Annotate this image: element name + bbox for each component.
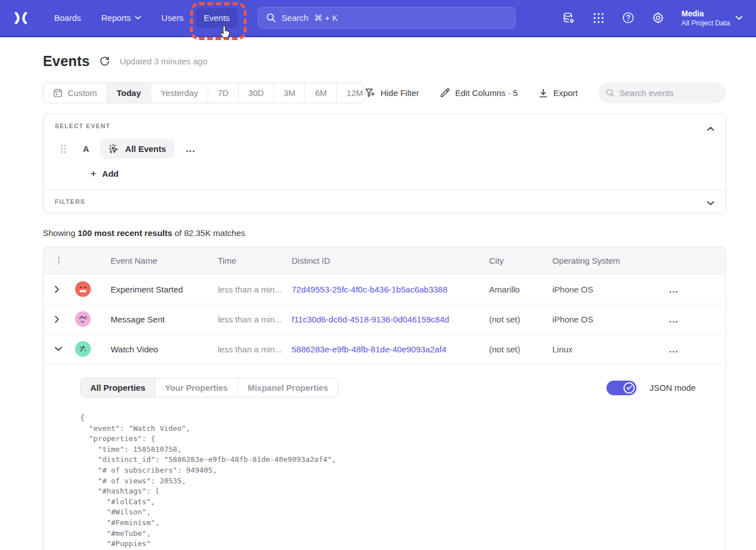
time-cell: less than a min... [218,344,292,354]
date-option-6m[interactable]: 6M [305,83,337,103]
city-cell: (not set) [489,344,552,354]
primary-nav: Boards Reports Users Events [46,8,238,28]
date-option-3m[interactable]: 3M [274,83,306,103]
nav-item-boards[interactable]: Boards [46,8,89,28]
detail-toolbar: All Properties Your Properties Mixpanel … [80,378,696,398]
filters-section[interactable]: FILTERS [43,190,726,213]
tab-mixpanel-properties[interactable]: Mixpanel Properties [238,378,338,397]
event-avatar [75,281,91,297]
expand-filters-button[interactable] [705,195,717,210]
top-navbar: Boards Reports Users Events Search ⌘ + K [0,0,756,37]
city-cell: Amarillo [489,285,552,294]
json-mode-toggle[interactable] [606,381,636,395]
date-option-12m[interactable]: 12M [337,83,364,103]
mixpanel-logo[interactable] [11,8,30,28]
table-row-expanded[interactable]: Watch Video less than a min... 5886283e-… [43,334,726,364]
edit-columns-button[interactable]: Edit Columns · 5 [439,88,518,98]
calendar-icon [53,88,63,98]
distinct-id-link[interactable]: 72d49553-25fc-4f0c-b436-1b5ac6ab3388 [292,285,489,294]
apps-grid-icon[interactable] [592,11,605,25]
refresh-icon [99,56,110,67]
expand-row-icon[interactable] [55,286,75,293]
last-updated-text: Updated 3 minutes ago [120,56,207,66]
results-count: 100 most recent results [78,228,173,238]
row-menu-button[interactable]: ... [660,285,679,294]
date-option-30d[interactable]: 30D [239,83,274,103]
tab-your-properties[interactable]: Your Properties [156,378,238,397]
distinct-id-link[interactable]: f11c30d6-dc6d-4518-9136-0d046159c84d [292,315,489,324]
distinct-id-link[interactable]: 5886283e-e9fb-48fb-81de-40e9093a2af4 [292,344,489,354]
project-labels: Media All Project Data [682,8,730,28]
refresh-button[interactable] [99,56,110,67]
date-option-7d[interactable]: 7D [208,83,239,103]
event-name-cell: Experiment Started [111,285,218,294]
os-cell: iPhone OS [552,315,660,324]
chevron-down-icon [707,201,714,206]
global-search-input[interactable]: Search ⌘ + K [258,7,516,29]
project-name: Media [682,8,730,19]
global-search-placeholder: Search [282,13,309,23]
chevron-down-icon [135,16,141,20]
event-selector-button[interactable]: All Events [100,139,175,159]
chevron-down-icon [736,16,742,20]
nav-item-events[interactable]: Events [196,8,238,28]
add-event-button[interactable]: + Add [90,169,714,178]
event-name-cell: Message Sent [111,315,218,324]
events-search-field[interactable] [598,82,726,103]
project-switcher[interactable]: Media All Project Data [682,8,742,28]
collapse-all-rows-icon[interactable]: ↓↑ [55,255,63,265]
date-option-yesterday[interactable]: Yesterday [151,83,208,103]
row-menu-button[interactable]: ... [660,315,679,324]
project-subtitle: All Project Data [682,19,730,28]
page-title: Events [43,53,90,69]
search-icon [266,13,276,23]
drag-handle[interactable] [61,145,67,153]
os-cell: iPhone OS [552,285,660,294]
hide-filter-button[interactable]: Hide Filter [364,88,419,98]
select-event-label: SELECT EVENT [55,123,714,129]
events-search-input[interactable] [619,88,718,98]
column-header-distinct-id[interactable]: Distinct ID [292,256,489,265]
row-menu-button[interactable]: ... [660,344,679,354]
chevron-up-icon [707,126,714,131]
column-header-event-name[interactable]: Event Name [111,256,218,265]
select-event-section: SELECT EVENT A All Events ... + [43,114,726,190]
json-mode-label: JSON mode [649,383,696,392]
mixpanel-logo-icon [14,11,28,25]
tab-all-properties[interactable]: All Properties [81,378,156,397]
search-icon [606,88,614,98]
data-management-icon[interactable] [562,11,575,25]
column-header-city[interactable]: City [489,256,552,265]
date-option-today[interactable]: Today [107,83,151,103]
time-cell: less than a min... [218,285,292,294]
event-query-row: A All Events ... [55,139,714,159]
column-header-os[interactable]: Operating System [552,256,660,265]
date-option-custom[interactable]: Custom [43,83,107,103]
settings-gear-icon[interactable] [652,11,665,25]
events-table: ↓↑ Event Name Time Distinct ID City Oper… [43,246,726,550]
toggle-knob [623,382,635,394]
event-selector-value: All Events [125,144,166,154]
check-icon [626,385,632,390]
column-header-time[interactable]: Time [218,256,292,265]
nav-right-group: Media All Project Data [562,8,742,28]
properties-tabs: All Properties Your Properties Mixpanel … [80,378,339,398]
export-button[interactable]: Export [538,88,578,98]
nav-item-users[interactable]: Users [153,8,191,28]
expand-row-icon[interactable] [55,316,75,323]
event-detail-panel: All Properties Your Properties Mixpanel … [43,364,726,550]
collapse-row-icon[interactable] [55,347,75,351]
event-avatar [75,341,91,357]
event-name-cell: Watch Video [111,344,218,354]
collapse-section-button[interactable] [705,121,717,136]
results-summary: Showing 100 most recent results of 82.35… [43,228,726,238]
help-icon[interactable] [622,11,635,25]
nav-item-reports[interactable]: Reports [94,8,150,28]
controls-row: Custom Today Yesterday 7D 30D 3M 6M 12M … [43,82,726,103]
query-row-menu-button[interactable]: ... [186,143,195,155]
event-json-viewer: { "event": "Watch Video", "properties": … [80,413,696,550]
table-row[interactable]: Message Sent less than a min... f11c30d6… [43,304,726,334]
time-cell: less than a min... [218,315,292,324]
table-row[interactable]: Experiment Started less than a min... 72… [43,274,726,304]
search-shortcut-hint: ⌘ + K [314,13,338,23]
